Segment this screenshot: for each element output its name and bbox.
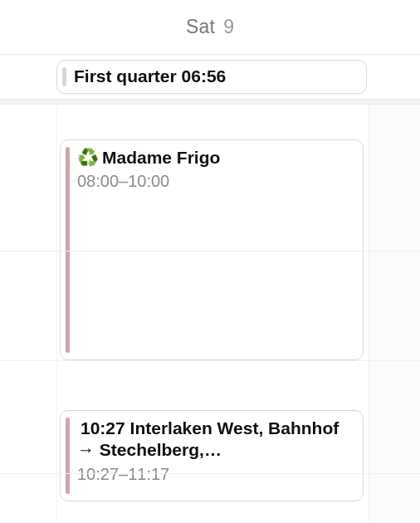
event-time: 10:27–11:17 [77,465,353,484]
event-title-text: 10:27 Interlaken West, Bahnhof → Stechel… [77,418,339,459]
calendar-event[interactable]: 10:27 Interlaken West, Bahnhof → Stechel… [60,410,364,501]
event-stripe [66,147,70,353]
hour-separator [0,360,420,361]
left-gutter-line [56,105,57,523]
time-grid[interactable]: ♻️Madame Frigo 08:00–10:00 10:27 Interla… [0,105,420,523]
day-header: Sat 9 [0,0,420,55]
event-title-text: Madame Frigo [102,148,220,167]
calendar-event[interactable]: ♻️Madame Frigo 08:00–10:00 [60,139,364,360]
hour-separator [0,251,420,252]
allday-event[interactable]: First quarter 06:56 [56,60,367,94]
event-title: 10:27 Interlaken West, Bahnhof → Stechel… [77,418,353,462]
allday-inner: First quarter 06:56 [56,60,367,94]
event-stripe [66,418,70,494]
event-title: ♻️Madame Frigo [77,147,353,169]
event-stripe [62,67,66,86]
allday-event-title: First quarter 06:56 [74,66,356,87]
allday-row: First quarter 06:56 [0,55,420,100]
event-time: 08:00–10:00 [77,172,353,191]
day-name: Sat [186,16,215,38]
hour-separator [0,473,420,474]
recycle-icon: ♻️ [77,148,99,167]
day-number: 9 [223,16,234,38]
